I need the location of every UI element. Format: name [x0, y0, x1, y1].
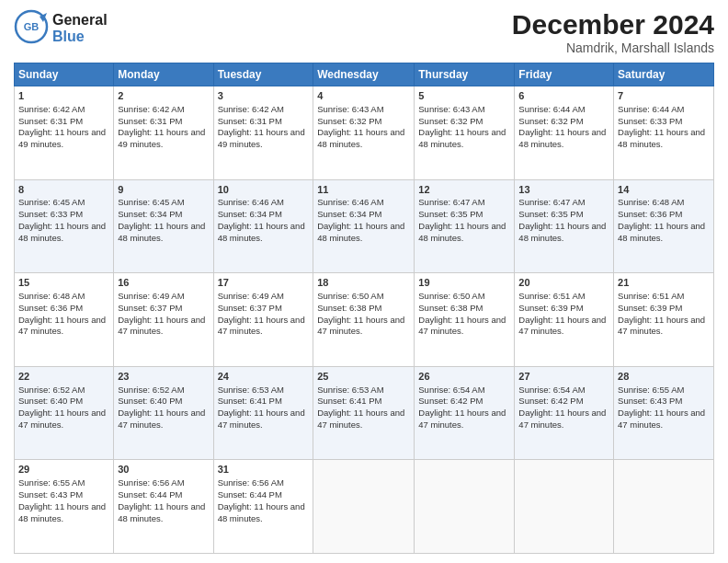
sunset-label: Sunset: 6:31 PM	[218, 116, 282, 126]
sunrise-label: Sunrise: 6:49 AM	[218, 291, 284, 301]
day-number: 30	[118, 463, 209, 477]
calendar-cell: 15Sunrise: 6:48 AMSunset: 6:36 PMDayligh…	[15, 273, 114, 367]
calendar-cell: 24Sunrise: 6:53 AMSunset: 6:41 PMDayligh…	[213, 366, 313, 460]
sunrise-label: Sunrise: 6:43 AM	[317, 104, 383, 114]
calendar-cell: 22Sunrise: 6:52 AMSunset: 6:40 PMDayligh…	[15, 366, 114, 460]
day-number: 11	[317, 183, 410, 197]
calendar-cell: 20Sunrise: 6:51 AMSunset: 6:39 PMDayligh…	[515, 273, 614, 367]
sunset-label: Sunset: 6:41 PM	[218, 396, 282, 406]
sunrise-label: Sunrise: 6:47 AM	[418, 197, 484, 207]
sunset-label: Sunset: 6:42 PM	[518, 396, 583, 406]
daylight-label: Daylight: 11 hours and 48 minutes.	[317, 221, 404, 243]
daylight-label: Daylight: 11 hours and 48 minutes.	[317, 127, 404, 149]
sunset-label: Sunset: 6:36 PM	[18, 303, 83, 313]
daylight-label: Daylight: 11 hours and 48 minutes.	[18, 221, 106, 243]
daylight-label: Daylight: 11 hours and 47 minutes.	[518, 408, 606, 430]
daylight-label: Daylight: 11 hours and 48 minutes.	[218, 501, 305, 523]
calendar-cell: 8Sunrise: 6:45 AMSunset: 6:33 PMDaylight…	[15, 179, 114, 273]
sunrise-label: Sunrise: 6:47 AM	[518, 197, 585, 207]
sunset-label: Sunset: 6:42 PM	[418, 396, 483, 406]
sunset-label: Sunset: 6:34 PM	[218, 209, 282, 219]
day-header-sunday: Sunday	[15, 63, 114, 86]
sunrise-label: Sunrise: 6:51 AM	[618, 291, 684, 301]
daylight-label: Daylight: 11 hours and 48 minutes.	[618, 127, 705, 149]
calendar-cell	[415, 460, 515, 554]
daylight-label: Daylight: 11 hours and 47 minutes.	[218, 408, 305, 430]
calendar-cell: 29Sunrise: 6:55 AMSunset: 6:43 PMDayligh…	[15, 460, 114, 554]
sunset-label: Sunset: 6:44 PM	[118, 489, 182, 500]
logo-text2: Blue	[52, 29, 108, 45]
title-section: December 2024 Namdrik, Marshall Islands	[512, 9, 714, 55]
day-number: 28	[618, 370, 710, 384]
sunrise-label: Sunrise: 6:52 AM	[118, 385, 184, 395]
sunrise-label: Sunrise: 6:48 AM	[618, 197, 684, 207]
day-number: 2	[118, 89, 209, 103]
daylight-label: Daylight: 11 hours and 47 minutes.	[518, 315, 606, 337]
calendar-cell	[313, 460, 415, 554]
daylight-label: Daylight: 11 hours and 47 minutes.	[18, 408, 106, 430]
calendar-cell: 1Sunrise: 6:42 AMSunset: 6:31 PMDaylight…	[15, 86, 114, 180]
calendar-cell: 16Sunrise: 6:49 AMSunset: 6:37 PMDayligh…	[114, 273, 213, 367]
svg-text:GB: GB	[24, 21, 40, 32]
daylight-label: Daylight: 11 hours and 48 minutes.	[18, 501, 106, 523]
sunrise-label: Sunrise: 6:44 AM	[518, 104, 585, 114]
day-number: 16	[118, 276, 209, 290]
day-number: 25	[317, 370, 410, 384]
calendar-cell: 5Sunrise: 6:43 AMSunset: 6:32 PMDaylight…	[415, 86, 515, 180]
sunrise-label: Sunrise: 6:45 AM	[118, 197, 184, 207]
day-number: 29	[18, 463, 109, 477]
calendar-cell: 23Sunrise: 6:52 AMSunset: 6:40 PMDayligh…	[114, 366, 213, 460]
day-number: 6	[518, 89, 609, 103]
day-header-monday: Monday	[114, 63, 213, 86]
daylight-label: Daylight: 11 hours and 47 minutes.	[618, 315, 705, 337]
day-number: 14	[618, 183, 710, 197]
day-number: 19	[418, 276, 510, 290]
day-number: 3	[218, 89, 310, 103]
sunrise-label: Sunrise: 6:42 AM	[118, 104, 184, 114]
calendar-cell: 11Sunrise: 6:46 AMSunset: 6:34 PMDayligh…	[313, 179, 415, 273]
sunset-label: Sunset: 6:39 PM	[618, 303, 682, 313]
daylight-label: Daylight: 11 hours and 47 minutes.	[418, 315, 506, 337]
sunset-label: Sunset: 6:34 PM	[118, 209, 182, 219]
sunset-label: Sunset: 6:36 PM	[618, 209, 682, 219]
sunset-label: Sunset: 6:38 PM	[418, 303, 483, 313]
logo-text1: General	[52, 12, 108, 29]
sunset-label: Sunset: 6:35 PM	[418, 209, 483, 219]
day-header-friday: Friday	[515, 63, 614, 86]
calendar-cell: 28Sunrise: 6:55 AMSunset: 6:43 PMDayligh…	[614, 366, 714, 460]
day-number: 15	[18, 276, 109, 290]
day-number: 23	[118, 370, 209, 384]
sunrise-label: Sunrise: 6:49 AM	[118, 291, 184, 301]
day-number: 5	[418, 89, 510, 103]
day-number: 18	[317, 276, 410, 290]
daylight-label: Daylight: 11 hours and 47 minutes.	[118, 315, 205, 337]
daylight-label: Daylight: 11 hours and 47 minutes.	[18, 315, 106, 337]
sunset-label: Sunset: 6:38 PM	[317, 303, 381, 313]
calendar: SundayMondayTuesdayWednesdayThursdayFrid…	[14, 63, 714, 554]
day-number: 4	[317, 89, 410, 103]
page: GB General Blue December 2024 Namdrik, M…	[0, 0, 728, 563]
calendar-cell: 4Sunrise: 6:43 AMSunset: 6:32 PMDaylight…	[313, 86, 415, 180]
sunrise-label: Sunrise: 6:46 AM	[317, 197, 383, 207]
day-number: 27	[518, 370, 609, 384]
calendar-cell: 9Sunrise: 6:45 AMSunset: 6:34 PMDaylight…	[114, 179, 213, 273]
calendar-cell: 3Sunrise: 6:42 AMSunset: 6:31 PMDaylight…	[213, 86, 313, 180]
sunrise-label: Sunrise: 6:42 AM	[18, 104, 85, 114]
day-number: 7	[618, 89, 710, 103]
sunrise-label: Sunrise: 6:51 AM	[518, 291, 585, 301]
sunset-label: Sunset: 6:43 PM	[618, 396, 682, 406]
sunset-label: Sunset: 6:39 PM	[518, 303, 583, 313]
day-header-wednesday: Wednesday	[313, 63, 415, 86]
day-number: 20	[518, 276, 609, 290]
sunrise-label: Sunrise: 6:44 AM	[618, 104, 684, 114]
sunrise-label: Sunrise: 6:53 AM	[317, 385, 383, 395]
daylight-label: Daylight: 11 hours and 47 minutes.	[418, 408, 506, 430]
sunrise-label: Sunrise: 6:55 AM	[18, 477, 85, 488]
sunset-label: Sunset: 6:37 PM	[118, 303, 182, 313]
day-header-tuesday: Tuesday	[213, 63, 313, 86]
sunset-label: Sunset: 6:41 PM	[317, 396, 381, 406]
sunrise-label: Sunrise: 6:48 AM	[18, 291, 85, 301]
calendar-cell: 7Sunrise: 6:44 AMSunset: 6:33 PMDaylight…	[614, 86, 714, 180]
daylight-label: Daylight: 11 hours and 48 minutes.	[418, 221, 506, 243]
sunset-label: Sunset: 6:40 PM	[118, 396, 182, 406]
